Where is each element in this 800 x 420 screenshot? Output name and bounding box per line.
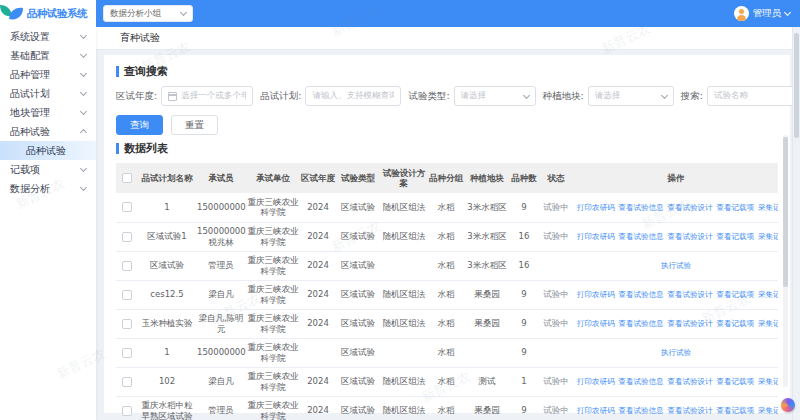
row-checkbox[interactable] [122,406,132,416]
text-input[interactable]: 请输入、支持模糊查询选择 [305,86,401,106]
row-action-link[interactable]: 查看试验设计 [668,377,713,386]
table-body: 115000000001重庆三峡农业科学院2024区域试验随机区组法水稻3米水稻… [116,193,778,420]
tab-breeding-test[interactable]: 育种试验 [120,27,160,50]
row-action-link[interactable]: 查看记载项 [717,203,755,212]
row-action-link[interactable]: 查看记载项 [717,406,755,415]
sidebar-item[interactable]: 数据分析 [0,179,96,198]
row-action-link[interactable]: 打印农研码 [577,377,615,386]
sidebar-subitem[interactable]: 品种试验 [0,141,96,160]
table-cell: 重庆三峡农业科学院 [246,309,300,338]
row-action-link[interactable]: 查看试验信息 [619,232,664,241]
sidebar-item-label: 基础配置 [10,49,50,63]
row-action-link[interactable]: 打印农研码 [577,406,615,415]
row-action-link[interactable]: 打印农研码 [577,203,615,212]
input-placeholder: 试验名称 [714,90,748,102]
chevron-down-icon [80,51,87,58]
table-cell: 随机区组法 [380,367,428,396]
table-scrollbar-thumb[interactable] [783,137,788,287]
row-action-link[interactable]: 采集记载项 [758,406,778,415]
row-action-link[interactable]: 查看试验信息 [619,377,664,386]
table-scrollbar[interactable] [783,135,788,387]
row-action-link[interactable]: 采集记载项 [758,290,778,299]
row-action-link[interactable]: 采集记载项 [758,203,778,212]
table-cell: 15000000001 [196,338,246,367]
table-row: 重庆水稻中粒早熟区域试验管理员重庆三峡农业科学院2024区域试验随机区组法水稻果… [116,396,778,420]
row-action-link[interactable]: 查看试验信息 [619,203,664,212]
select-input[interactable]: 请选择 [454,86,536,106]
row-action-link[interactable]: 查看试验设计 [668,203,713,212]
table-cell: 测试 [464,367,510,396]
execute-test-link[interactable]: 执行试验 [661,348,691,357]
leaf-logo-icon [0,5,24,23]
table-cell: 2024 [300,396,336,420]
execute-test-link[interactable]: 执行试验 [661,261,691,270]
row-action-link[interactable]: 查看试验设计 [668,232,713,241]
row-checkbox[interactable] [122,261,132,271]
row-action-link[interactable]: 查看试验信息 [619,406,664,415]
table-cell: 9 [510,309,538,338]
row-action-link[interactable]: 查看记载项 [717,290,755,299]
select-all-checkbox[interactable] [122,173,132,183]
table-cell: 水稻 [428,396,464,420]
org-selector[interactable]: 数据分析小组 [103,5,193,22]
table-cell: 水稻 [428,309,464,338]
row-checkbox[interactable] [122,319,132,329]
actions-cell: 打印农研码查看试验信息查看试验设计查看记载项采集记载项结束试验 [574,222,778,251]
row-checkbox[interactable] [122,202,132,212]
row-action-link[interactable]: 查看试验信息 [619,290,664,299]
table-cell: 果桑园 [464,309,510,338]
sidebar-item[interactable]: 系统设置 [0,27,96,46]
page-scrollbar-thumb[interactable] [794,33,799,138]
floating-widget-icon[interactable] [781,398,795,412]
row-action-link[interactable]: 查看记载项 [717,377,755,386]
table-cell [380,251,428,280]
query-button[interactable]: 查询 [116,115,163,135]
row-action-link[interactable]: 查看试验设计 [668,319,713,328]
table-cell: 2024 [300,309,336,338]
table-cell: 9 [510,280,538,309]
page-scrollbar[interactable] [792,27,800,420]
sidebar-item-label: 品种管理 [10,68,50,82]
column-header: 种植地块 [464,163,510,193]
row-checkbox[interactable] [122,290,132,300]
table-cell: 9 [510,193,538,222]
date-range-input[interactable]: 选择一个或多个年 [161,86,253,106]
select-input[interactable]: 请选择 [588,86,674,106]
calendar-icon [168,92,177,101]
table-cell: 16 [510,222,538,251]
row-checkbox[interactable] [122,232,132,242]
table-cell: 区域试验 [336,222,380,251]
search-field: 品试计划:请输入、支持模糊查询选择 [260,86,401,106]
row-checkbox[interactable] [122,377,132,387]
chevron-down-icon [523,91,530,98]
sidebar-item[interactable]: 基础配置 [0,46,96,65]
row-action-link[interactable]: 查看试验设计 [668,290,713,299]
user-menu[interactable]: 管理员 [734,0,791,27]
chevron-down-icon [784,9,791,16]
table-cell: 管理员 [196,251,246,280]
row-action-link[interactable]: 查看记载项 [717,232,755,241]
row-action-link[interactable]: 打印农研码 [577,290,615,299]
sidebar-item-label: 数据分析 [10,182,50,196]
chevron-down-icon [80,32,87,39]
sidebar-item[interactable]: 地块管理 [0,103,96,122]
sidebar-item[interactable]: 记载项 [0,160,96,179]
table-row: 区域试验管理员重庆三峡农业科学院2024区域试验水稻3米水稻区16执行试验 [116,251,778,280]
row-action-link[interactable]: 采集记载项 [758,377,778,386]
row-action-link[interactable]: 查看试验信息 [619,319,664,328]
sidebar-item[interactable]: 品种试验 [0,122,96,141]
row-checkbox[interactable] [122,348,132,358]
text-input[interactable]: 试验名称 [707,86,800,106]
reset-button[interactable]: 重置 [171,115,218,135]
sidebar-item[interactable]: 品种管理 [0,65,96,84]
row-action-link[interactable]: 打印农研码 [577,319,615,328]
row-action-link[interactable]: 打印农研码 [577,232,615,241]
table-cell: 水稻 [428,367,464,396]
app-title: 品种试验系统 [27,7,87,21]
row-action-link[interactable]: 查看记载项 [717,319,755,328]
row-action-link[interactable]: 采集记载项 [758,319,778,328]
row-action-link[interactable]: 采集记载项 [758,232,778,241]
row-action-link[interactable]: 查看试验设计 [668,406,713,415]
table-cell: 果桑园 [464,280,510,309]
sidebar-item[interactable]: 品试计划 [0,84,96,103]
